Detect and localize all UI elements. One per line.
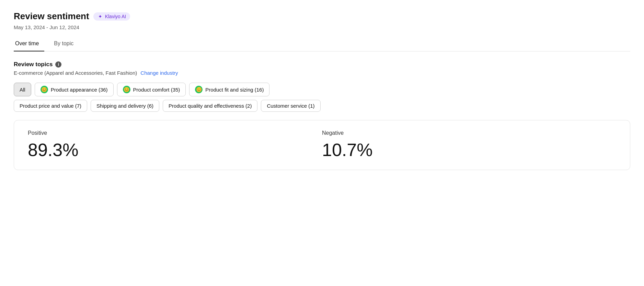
- topic-label-product-price-value: Product price and value (7): [20, 103, 81, 109]
- change-industry-link[interactable]: Change industry: [140, 70, 178, 76]
- all-button[interactable]: All: [14, 83, 31, 96]
- info-icon[interactable]: i: [55, 61, 61, 68]
- positive-label: Positive: [28, 130, 322, 136]
- topic-btn-shipping-delivery[interactable]: Shipping and delivery (6): [91, 100, 159, 112]
- badge-label: Klaviyo AI: [105, 14, 126, 19]
- topics-row-1: All 😊 Product appearance (36) 😊 Product …: [14, 83, 630, 96]
- negative-col: Negative 10.7%: [322, 130, 616, 160]
- topic-btn-product-price-value[interactable]: Product price and value (7): [14, 100, 87, 112]
- sentiment-card: Positive 89.3% Negative 10.7%: [14, 120, 630, 170]
- positive-value: 89.3%: [28, 140, 322, 160]
- positive-col: Positive 89.3%: [28, 130, 322, 160]
- topic-label-product-fit-sizing: Product fit and sizing (16): [205, 87, 264, 93]
- topic-label-product-quality-effectiveness: Product quality and effectiveness (2): [169, 103, 252, 109]
- negative-value: 10.7%: [322, 140, 616, 160]
- page-title: Review sentiment: [14, 11, 89, 22]
- section-title: Review topics: [14, 61, 53, 68]
- topic-btn-product-appearance[interactable]: 😊 Product appearance (36): [35, 83, 114, 96]
- topic-btn-customer-service[interactable]: Customer service (1): [261, 100, 320, 112]
- smiley-icon-2: 😊: [123, 86, 130, 93]
- topics-row-2: Product price and value (7) Shipping and…: [14, 100, 630, 112]
- topic-btn-product-quality-effectiveness[interactable]: Product quality and effectiveness (2): [163, 100, 257, 112]
- topic-label-product-comfort: Product comfort (35): [133, 87, 180, 93]
- tab-over-time[interactable]: Over time: [14, 37, 44, 51]
- klaviyo-badge: ✦ Klaviyo AI: [93, 12, 130, 21]
- smiley-icon-3: 😊: [195, 86, 203, 93]
- topic-label-product-appearance: Product appearance (36): [51, 87, 108, 93]
- smiley-icon-1: 😊: [41, 86, 48, 93]
- topic-btn-product-comfort[interactable]: 😊 Product comfort (35): [117, 83, 186, 96]
- industry-row: E-commerce (Apparel and Accessories, Fas…: [14, 70, 630, 76]
- tab-by-topic[interactable]: By topic: [53, 37, 79, 51]
- topic-btn-product-fit-sizing[interactable]: 😊 Product fit and sizing (16): [189, 83, 269, 96]
- date-range: May 13, 2024 - Jun 12, 2024: [14, 24, 630, 30]
- industry-text: E-commerce (Apparel and Accessories, Fas…: [14, 70, 137, 76]
- topic-label-customer-service: Customer service (1): [267, 103, 314, 109]
- negative-label: Negative: [322, 130, 616, 136]
- topic-label-shipping-delivery: Shipping and delivery (6): [96, 103, 153, 109]
- tabs-row: Over time By topic: [14, 37, 630, 51]
- diamond-icon: ✦: [97, 14, 103, 19]
- header-row: Review sentiment ✦ Klaviyo AI: [14, 11, 630, 22]
- section-heading-row: Review topics i: [14, 61, 630, 68]
